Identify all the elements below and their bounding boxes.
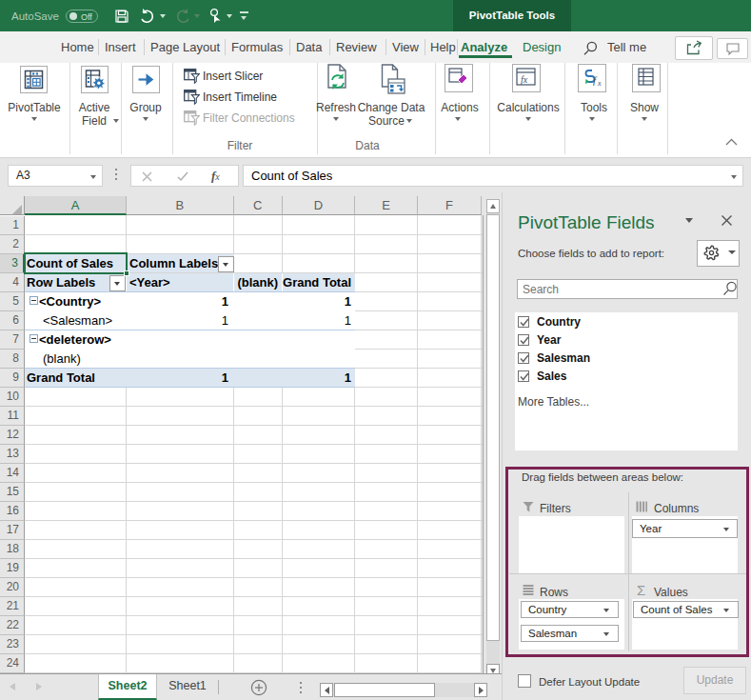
svg-text:fx: fx	[521, 74, 528, 85]
svg-text:x: x	[597, 79, 602, 88]
